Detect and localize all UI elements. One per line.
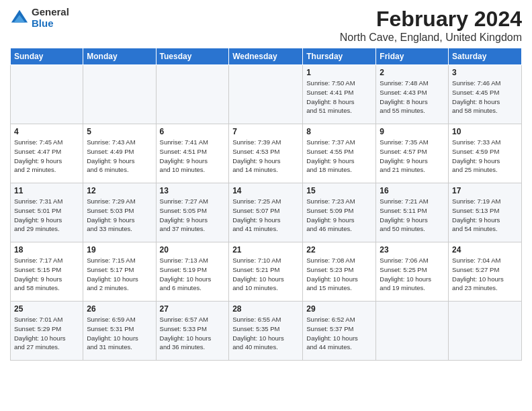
calendar-cell: 17Sunrise: 7:19 AM Sunset: 5:13 PM Dayli… bbox=[449, 183, 522, 242]
calendar-week-row: 11Sunrise: 7:31 AM Sunset: 5:01 PM Dayli… bbox=[11, 183, 522, 242]
main-title: February 2024 bbox=[340, 7, 522, 32]
calendar-cell: 16Sunrise: 7:21 AM Sunset: 5:11 PM Dayli… bbox=[376, 183, 449, 242]
day-number: 25 bbox=[14, 304, 79, 314]
calendar: SundayMondayTuesdayWednesdayThursdayFrid… bbox=[10, 48, 522, 361]
calendar-cell: 8Sunrise: 7:37 AM Sunset: 4:55 PM Daylig… bbox=[303, 124, 376, 183]
day-number: 18 bbox=[14, 245, 79, 255]
day-info: Sunrise: 7:37 AM Sunset: 4:55 PM Dayligh… bbox=[306, 138, 372, 175]
day-number: 12 bbox=[87, 186, 152, 195]
day-info: Sunrise: 7:35 AM Sunset: 4:57 PM Dayligh… bbox=[380, 138, 445, 175]
day-info: Sunrise: 7:08 AM Sunset: 5:23 PM Dayligh… bbox=[306, 256, 372, 293]
day-number: 7 bbox=[232, 127, 299, 136]
logo-blue: Blue bbox=[32, 18, 69, 30]
day-number: 21 bbox=[232, 245, 299, 255]
day-info: Sunrise: 7:13 AM Sunset: 5:19 PM Dayligh… bbox=[160, 256, 226, 293]
day-number: 15 bbox=[306, 186, 372, 195]
calendar-cell: 15Sunrise: 7:23 AM Sunset: 5:09 PM Dayli… bbox=[303, 183, 376, 242]
day-number: 2 bbox=[380, 68, 445, 77]
day-info: Sunrise: 7:43 AM Sunset: 4:49 PM Dayligh… bbox=[87, 138, 152, 175]
day-info: Sunrise: 7:17 AM Sunset: 5:15 PM Dayligh… bbox=[14, 256, 79, 293]
logo: General Blue bbox=[10, 7, 69, 29]
calendar-cell bbox=[376, 302, 449, 361]
calendar-cell: 20Sunrise: 7:13 AM Sunset: 5:19 PM Dayli… bbox=[156, 242, 229, 302]
day-number: 27 bbox=[160, 304, 226, 314]
day-number: 14 bbox=[232, 186, 299, 195]
day-info: Sunrise: 7:15 AM Sunset: 5:17 PM Dayligh… bbox=[87, 256, 152, 293]
calendar-cell bbox=[156, 65, 229, 124]
calendar-cell: 6Sunrise: 7:41 AM Sunset: 4:51 PM Daylig… bbox=[156, 124, 229, 183]
calendar-cell: 23Sunrise: 7:06 AM Sunset: 5:25 PM Dayli… bbox=[376, 242, 449, 302]
calendar-cell: 1Sunrise: 7:50 AM Sunset: 4:41 PM Daylig… bbox=[303, 65, 376, 124]
calendar-cell bbox=[83, 65, 156, 124]
calendar-cell: 9Sunrise: 7:35 AM Sunset: 4:57 PM Daylig… bbox=[376, 124, 449, 183]
day-info: Sunrise: 7:45 AM Sunset: 4:47 PM Dayligh… bbox=[14, 138, 79, 175]
day-info: Sunrise: 7:41 AM Sunset: 4:51 PM Dayligh… bbox=[160, 138, 226, 175]
calendar-cell: 24Sunrise: 7:04 AM Sunset: 5:27 PM Dayli… bbox=[449, 242, 522, 302]
day-number: 4 bbox=[14, 127, 79, 136]
day-info: Sunrise: 6:57 AM Sunset: 5:33 PM Dayligh… bbox=[160, 315, 226, 352]
calendar-cell: 29Sunrise: 6:52 AM Sunset: 5:37 PM Dayli… bbox=[303, 302, 376, 361]
calendar-week-row: 25Sunrise: 7:01 AM Sunset: 5:29 PM Dayli… bbox=[11, 302, 522, 361]
calendar-week-row: 18Sunrise: 7:17 AM Sunset: 5:15 PM Dayli… bbox=[11, 242, 522, 302]
day-info: Sunrise: 7:01 AM Sunset: 5:29 PM Dayligh… bbox=[14, 315, 79, 352]
day-number: 23 bbox=[380, 245, 445, 255]
day-number: 22 bbox=[306, 245, 372, 255]
day-number: 1 bbox=[306, 68, 372, 77]
calendar-cell bbox=[229, 65, 303, 124]
day-info: Sunrise: 7:48 AM Sunset: 4:43 PM Dayligh… bbox=[380, 79, 445, 116]
header: General Blue February 2024 North Cave, E… bbox=[10, 7, 522, 44]
day-info: Sunrise: 6:55 AM Sunset: 5:35 PM Dayligh… bbox=[232, 315, 299, 352]
day-number: 19 bbox=[87, 245, 152, 255]
day-info: Sunrise: 7:25 AM Sunset: 5:07 PM Dayligh… bbox=[232, 197, 299, 234]
calendar-cell: 4Sunrise: 7:45 AM Sunset: 4:47 PM Daylig… bbox=[11, 124, 83, 183]
calendar-cell: 26Sunrise: 6:59 AM Sunset: 5:31 PM Dayli… bbox=[83, 302, 156, 361]
day-number: 3 bbox=[452, 68, 518, 77]
day-number: 29 bbox=[306, 304, 372, 314]
day-info: Sunrise: 7:27 AM Sunset: 5:05 PM Dayligh… bbox=[160, 197, 226, 234]
calendar-cell bbox=[11, 65, 83, 124]
day-info: Sunrise: 7:19 AM Sunset: 5:13 PM Dayligh… bbox=[452, 197, 518, 234]
day-info: Sunrise: 7:10 AM Sunset: 5:21 PM Dayligh… bbox=[232, 256, 299, 293]
day-number: 28 bbox=[232, 304, 299, 314]
day-number: 9 bbox=[380, 127, 445, 136]
calendar-cell bbox=[449, 302, 522, 361]
day-header-monday: Monday bbox=[83, 48, 156, 65]
logo-general: General bbox=[32, 7, 69, 18]
day-number: 10 bbox=[452, 127, 518, 136]
calendar-cell: 12Sunrise: 7:29 AM Sunset: 5:03 PM Dayli… bbox=[83, 183, 156, 242]
logo-text: General Blue bbox=[32, 7, 69, 29]
calendar-week-row: 4Sunrise: 7:45 AM Sunset: 4:47 PM Daylig… bbox=[11, 124, 522, 183]
day-header-saturday: Saturday bbox=[449, 48, 522, 65]
calendar-cell: 5Sunrise: 7:43 AM Sunset: 4:49 PM Daylig… bbox=[83, 124, 156, 183]
calendar-cell: 13Sunrise: 7:27 AM Sunset: 5:05 PM Dayli… bbox=[156, 183, 229, 242]
day-info: Sunrise: 7:33 AM Sunset: 4:59 PM Dayligh… bbox=[452, 138, 518, 175]
calendar-cell: 21Sunrise: 7:10 AM Sunset: 5:21 PM Dayli… bbox=[229, 242, 303, 302]
calendar-cell: 22Sunrise: 7:08 AM Sunset: 5:23 PM Dayli… bbox=[303, 242, 376, 302]
day-number: 8 bbox=[306, 127, 372, 136]
calendar-cell: 7Sunrise: 7:39 AM Sunset: 4:53 PM Daylig… bbox=[229, 124, 303, 183]
calendar-week-row: 1Sunrise: 7:50 AM Sunset: 4:41 PM Daylig… bbox=[11, 65, 522, 124]
day-info: Sunrise: 7:21 AM Sunset: 5:11 PM Dayligh… bbox=[380, 197, 445, 234]
logo-icon bbox=[10, 9, 29, 28]
day-info: Sunrise: 7:06 AM Sunset: 5:25 PM Dayligh… bbox=[380, 256, 445, 293]
calendar-cell: 14Sunrise: 7:25 AM Sunset: 5:07 PM Dayli… bbox=[229, 183, 303, 242]
day-info: Sunrise: 7:04 AM Sunset: 5:27 PM Dayligh… bbox=[452, 256, 518, 293]
day-header-sunday: Sunday bbox=[11, 48, 83, 65]
day-header-wednesday: Wednesday bbox=[229, 48, 303, 65]
calendar-cell: 11Sunrise: 7:31 AM Sunset: 5:01 PM Dayli… bbox=[11, 183, 83, 242]
calendar-cell: 27Sunrise: 6:57 AM Sunset: 5:33 PM Dayli… bbox=[156, 302, 229, 361]
day-number: 17 bbox=[452, 186, 518, 195]
day-info: Sunrise: 6:52 AM Sunset: 5:37 PM Dayligh… bbox=[306, 315, 372, 352]
day-info: Sunrise: 7:46 AM Sunset: 4:45 PM Dayligh… bbox=[452, 79, 518, 116]
day-number: 16 bbox=[380, 186, 445, 195]
day-number: 6 bbox=[160, 127, 226, 136]
calendar-cell: 18Sunrise: 7:17 AM Sunset: 5:15 PM Dayli… bbox=[11, 242, 83, 302]
calendar-cell: 25Sunrise: 7:01 AM Sunset: 5:29 PM Dayli… bbox=[11, 302, 83, 361]
calendar-cell: 10Sunrise: 7:33 AM Sunset: 4:59 PM Dayli… bbox=[449, 124, 522, 183]
title-area: February 2024 North Cave, England, Unite… bbox=[340, 7, 522, 44]
calendar-cell: 2Sunrise: 7:48 AM Sunset: 4:43 PM Daylig… bbox=[376, 65, 449, 124]
day-number: 20 bbox=[160, 245, 226, 255]
day-number: 11 bbox=[14, 186, 79, 195]
day-info: Sunrise: 7:29 AM Sunset: 5:03 PM Dayligh… bbox=[87, 197, 152, 234]
day-number: 5 bbox=[87, 127, 152, 136]
